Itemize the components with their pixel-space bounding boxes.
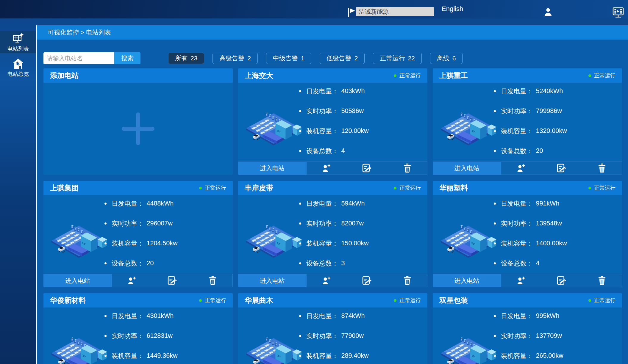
status-text: 正常运行 xyxy=(594,184,615,192)
edit-station-button[interactable] xyxy=(541,274,582,287)
station-stat-row: 实时功率： 139548w xyxy=(494,217,618,229)
enter-station-button[interactable]: 进入电站 xyxy=(433,274,501,287)
delete-station-button[interactable] xyxy=(582,161,622,175)
search-input[interactable] xyxy=(43,52,114,64)
filter-button[interactable]: 高级告警 2 xyxy=(213,53,258,64)
solar-panel-icon xyxy=(12,33,24,44)
station-card: 华晨曲木 正常运行 日发电量： 874kWh xyxy=(238,293,427,364)
delete-station-button[interactable] xyxy=(582,274,622,287)
add-user-button[interactable] xyxy=(112,274,152,287)
sidebar-item-station-overview[interactable]: 电站总览 xyxy=(0,56,36,79)
stat-value: 296007w xyxy=(147,220,173,227)
screen-wall-icon[interactable] xyxy=(613,7,624,18)
add-user-icon xyxy=(127,277,136,285)
user-icon[interactable] xyxy=(544,8,552,16)
add-user-button[interactable] xyxy=(306,274,347,287)
enter-station-button[interactable]: 进入电站 xyxy=(238,161,306,175)
status-text: 正常运行 xyxy=(594,72,615,79)
stat-label: 实时功率： xyxy=(501,107,533,115)
station-stats: 日发电量： 4488kWh 实时功率： 296007w 装机容量： 1204 xyxy=(104,195,229,277)
language-switch[interactable]: English xyxy=(442,5,463,13)
edit-icon xyxy=(557,276,566,285)
stat-label: 装机容量： xyxy=(306,352,338,360)
delete-station-button[interactable] xyxy=(387,274,427,287)
station-name: 上骐集团 xyxy=(50,183,79,193)
overview-home-icon xyxy=(12,58,24,69)
edit-icon xyxy=(362,164,372,173)
add-user-button[interactable] xyxy=(501,274,541,287)
stat-value: 77900w xyxy=(341,332,364,340)
station-stat-row: 日发电量： 874kWh xyxy=(299,310,423,322)
bullet-icon xyxy=(299,110,301,112)
add-user-button[interactable] xyxy=(306,161,347,175)
stat-label: 装机容量： xyxy=(112,352,144,360)
station-stat-row: 装机容量： 150.00kw xyxy=(299,237,423,249)
delete-station-button[interactable] xyxy=(192,274,233,287)
add-user-button[interactable] xyxy=(501,161,541,175)
bullet-icon xyxy=(299,222,301,225)
search-button[interactable]: 搜索 xyxy=(114,52,140,64)
status-filters: 所有 23 高级告警 2 中级告警 1 低级告警 2 正常运行 22 离线 6 xyxy=(168,53,463,64)
stat-label: 设备总数： xyxy=(501,259,533,268)
filter-count: 1 xyxy=(301,55,304,62)
status-dot-icon xyxy=(199,299,202,302)
filter-count: 23 xyxy=(190,55,197,62)
bullet-icon xyxy=(494,222,496,225)
filter-count: 2 xyxy=(247,55,251,62)
station-stat-row: 装机容量： 1449.36kw xyxy=(104,350,229,362)
station-name: 上骐重工 xyxy=(439,71,468,80)
status-text: 正常运行 xyxy=(205,297,226,304)
stat-value: 139548w xyxy=(536,220,562,227)
station-status-badge: 正常运行 xyxy=(394,72,421,79)
edit-station-button[interactable] xyxy=(347,161,387,175)
station-stats: 日发电量： 594kWh 实时功率： 82007w 装机容量： 150.00 xyxy=(299,195,423,277)
station-stat-row: 日发电量： 4301kWh xyxy=(104,310,229,322)
filter-button[interactable]: 正常运行 22 xyxy=(373,53,421,64)
station-status-badge: 正常运行 xyxy=(588,184,615,192)
station-stat-row: 装机容量： 1204.50kw xyxy=(104,237,229,249)
bullet-icon xyxy=(104,222,107,225)
enter-station-button[interactable]: 进入电站 xyxy=(433,161,501,175)
add-station-button[interactable] xyxy=(43,83,233,175)
enter-station-button[interactable]: 进入电站 xyxy=(238,274,306,287)
station-stats: 日发电量： 403kWh 实时功率： 50586w 装机容量： 120.00 xyxy=(299,83,423,165)
filter-button[interactable]: 离线 6 xyxy=(430,53,463,64)
stat-label: 日发电量： xyxy=(112,199,144,208)
stat-label: 装机容量： xyxy=(306,239,338,248)
top-navigation-bar: 洁诚新能源 English xyxy=(0,0,628,18)
stat-value: 799986w xyxy=(536,107,562,115)
stat-label: 实时功率： xyxy=(306,332,338,340)
main-content: 可视化监控 > 电站列表 搜索 所有 23 高级告警 2 中级告警 1 低级告警… xyxy=(37,25,628,364)
stat-label: 日发电量： xyxy=(501,199,533,208)
enter-station-button[interactable]: 进入电站 xyxy=(43,274,112,287)
station-stat-row: 日发电量： 991kWh xyxy=(494,197,618,209)
station-name: 丰岸皮带 xyxy=(245,183,273,193)
bullet-icon xyxy=(299,203,301,205)
filter-button[interactable]: 低级告警 2 xyxy=(320,53,365,64)
stat-value: 1449.36kw xyxy=(147,352,178,360)
bullet-icon xyxy=(104,262,107,264)
company-select[interactable]: 洁诚新能源 xyxy=(356,7,434,16)
flag-icon xyxy=(348,7,355,17)
status-dot-icon xyxy=(588,299,591,302)
stat-label: 实时功率： xyxy=(501,332,533,340)
station-3d-illustration xyxy=(437,327,498,364)
sidebar-item-station-list[interactable]: 电站列表 xyxy=(0,31,36,53)
edit-station-button[interactable] xyxy=(152,274,193,287)
filter-count: 22 xyxy=(408,55,415,62)
edit-station-button[interactable] xyxy=(347,274,387,287)
stat-label: 日发电量： xyxy=(501,87,533,95)
filter-button[interactable]: 中级告警 1 xyxy=(266,53,311,64)
station-stat-row: 设备总数： 20 xyxy=(494,145,618,157)
station-3d-illustration xyxy=(437,215,498,258)
filter-label: 离线 xyxy=(437,54,449,62)
stat-value: 1400.00kw xyxy=(536,240,567,247)
filter-button[interactable]: 所有 23 xyxy=(168,53,204,64)
stat-label: 实时功率： xyxy=(306,107,338,115)
add-user-icon xyxy=(322,164,331,172)
station-stats: 日发电量： 4301kWh 实时功率： 612831w 装机容量： 1449 xyxy=(104,307,229,364)
edit-station-button[interactable] xyxy=(541,161,582,175)
bullet-icon xyxy=(494,110,496,112)
delete-station-button[interactable] xyxy=(387,161,427,175)
add-user-icon xyxy=(517,164,526,172)
